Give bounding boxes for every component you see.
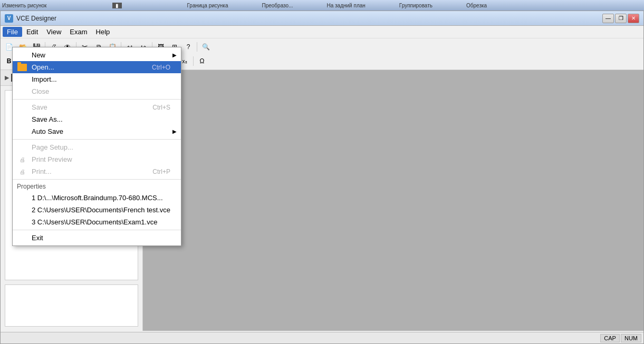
file-dropdown: New ▶ Open... Ctrl+O Import... Close — [12, 47, 181, 246]
taskbar-thumb: ▮ — [112, 3, 122, 8]
print-preview-label: Print Preview — [32, 155, 72, 163]
menu-item-import[interactable]: Import... — [13, 73, 181, 85]
status-right: CAP NUM — [600, 334, 641, 342]
menu-item-recent-1[interactable]: 1 D:\...\Microsoft.Braindump.70-680.MCS.… — [13, 192, 181, 204]
open-folder-icon — [17, 62, 27, 73]
print-icon: 🖨 — [17, 166, 27, 177]
minimize-button[interactable]: — — [602, 14, 614, 23]
app-title: VCE Designer — [16, 15, 56, 22]
open-shortcut: Ctrl+O — [131, 64, 170, 71]
toolbar-sep-9 — [193, 56, 194, 66]
toolbar-sep-5 — [197, 42, 197, 52]
menu-item-recent-3[interactable]: 3 C:\Users\USER\Documents\Exam1.vce — [13, 216, 181, 228]
taskbar-item3: Преобразо... — [262, 3, 293, 8]
menu-file[interactable]: File — [3, 27, 22, 37]
taskbar-item2: Граница рисунка — [187, 3, 228, 8]
window-controls: — ❐ ✕ — [602, 14, 639, 23]
menu-edit[interactable]: Edit — [22, 27, 42, 37]
taskbar-item: Изменить рисунок — [2, 3, 47, 8]
menu-item-auto-save[interactable]: Auto Save ▶ — [13, 125, 181, 137]
title-bar: V VCE Designer — ❐ ✕ — [1, 11, 643, 26]
main-window: V VCE Designer — ❐ ✕ File Edit View Exam… — [0, 11, 644, 344]
menu-item-save-as[interactable]: Save As... — [13, 113, 181, 125]
status-bar: CAP NUM — [1, 332, 643, 343]
menu-view[interactable]: View — [42, 27, 65, 37]
print-preview-icon: 🖨 — [17, 154, 27, 165]
restore-button[interactable]: ❐ — [615, 14, 627, 23]
print-label: Print... — [32, 168, 52, 175]
menu-item-open[interactable]: Open... Ctrl+O — [13, 61, 181, 73]
question-notes[interactable] — [5, 284, 138, 327]
separator-3 — [13, 179, 181, 180]
menu-exam[interactable]: Exam — [65, 27, 91, 37]
cap-badge: CAP — [600, 334, 620, 342]
separator-1 — [13, 99, 181, 100]
tb-formula[interactable]: Ω — [196, 55, 208, 67]
taskbar-item6: Обрезка — [466, 3, 487, 8]
taskbar-item5: Группировать — [399, 3, 432, 8]
separator-4 — [13, 230, 181, 230]
file-menu-panel: New ▶ Open... Ctrl+O Import... Close — [12, 47, 181, 246]
menu-item-close[interactable]: Close — [13, 85, 181, 97]
menu-item-new[interactable]: New ▶ — [13, 49, 181, 61]
close-button[interactable]: ✕ — [628, 14, 639, 23]
taskbar-item4: На задний план — [326, 3, 365, 8]
auto-save-arrow: ▶ — [172, 129, 177, 134]
page-setup-label: Page Setup... — [32, 143, 73, 151]
taskbar: Изменить рисунок ▮ Граница рисунка Преоб… — [0, 0, 644, 11]
menu-item-exit[interactable]: Exit — [13, 232, 181, 244]
close-label: Close — [32, 87, 49, 95]
menu-item-page-setup[interactable]: Page Setup... — [13, 141, 181, 153]
new-arrow: ▶ — [172, 52, 177, 58]
menu-item-recent-2[interactable]: 2 C:\Users\USER\Documents\French test.vc… — [13, 204, 181, 216]
app-icon: V — [5, 14, 13, 23]
separator-2 — [13, 139, 181, 140]
save-label: Save — [32, 103, 47, 111]
menu-item-save[interactable]: Save Ctrl+S — [13, 101, 181, 113]
properties-header: Properties — [13, 181, 181, 192]
open-label: Open... — [32, 63, 54, 71]
tb-zoom-in[interactable]: 🔍 — [199, 41, 212, 53]
print-shortcut: Ctrl+P — [131, 168, 170, 175]
menu-item-print[interactable]: 🖨 Print... Ctrl+P — [13, 165, 181, 178]
new-label: New — [32, 51, 45, 59]
save-as-label: Save As... — [32, 115, 63, 123]
menu-help[interactable]: Help — [92, 27, 114, 37]
num-badge: NUM — [621, 334, 641, 342]
tb-help[interactable]: ? — [182, 41, 195, 53]
auto-save-label: Auto Save — [32, 127, 63, 135]
recent-1-label: 1 D:\...\Microsoft.Braindump.70-680.MCS.… — [32, 194, 163, 202]
editor-area[interactable] — [143, 70, 643, 331]
exit-label: Exit — [32, 234, 43, 242]
save-shortcut: Ctrl+S — [131, 104, 170, 111]
recent-3-label: 3 C:\Users\USER\Documents\Exam1.vce — [32, 218, 157, 226]
menu-bar: File Edit View Exam Help — [1, 26, 643, 38]
import-label: Import... — [32, 75, 57, 83]
question-nav-label: ▶ — [5, 74, 9, 81]
recent-2-label: 2 C:\Users\USER\Documents\French test.vc… — [32, 206, 170, 214]
menu-item-print-preview[interactable]: 🖨 Print Preview — [13, 153, 181, 165]
